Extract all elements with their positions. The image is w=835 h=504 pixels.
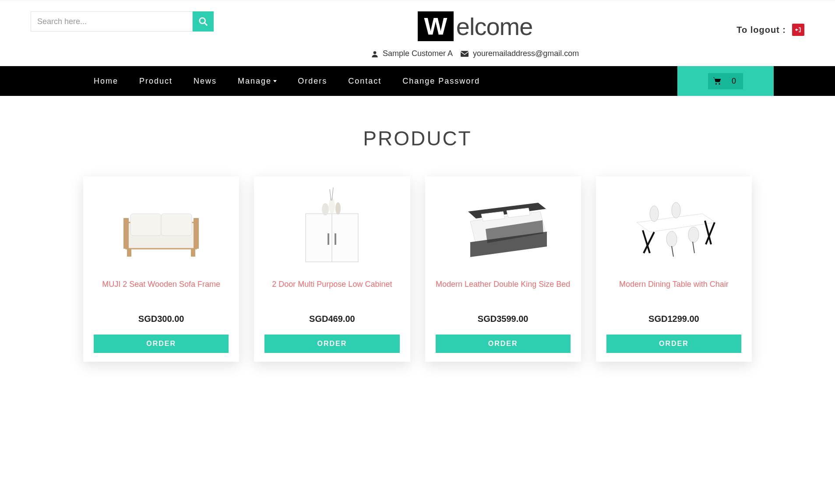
- nav-home[interactable]: Home: [83, 66, 129, 96]
- nav-product[interactable]: Product: [129, 66, 183, 96]
- nav-manage-label: Manage: [238, 77, 271, 86]
- svg-point-33: [650, 206, 659, 222]
- search-input[interactable]: [31, 11, 193, 32]
- user-name: Sample Customer A: [383, 49, 453, 58]
- svg-rect-11: [127, 249, 131, 257]
- product-image: [254, 176, 410, 277]
- logout-icon: [795, 27, 801, 33]
- svg-line-1: [204, 23, 207, 25]
- product-card: Modern Leather Double King Size Bed SGD3…: [425, 176, 581, 362]
- product-title-link[interactable]: Modern Leather Double King Size Bed: [425, 277, 581, 301]
- cart-button[interactable]: 0: [677, 66, 774, 96]
- svg-rect-7: [130, 214, 161, 236]
- product-price: SGD300.00: [83, 314, 239, 324]
- svg-point-35: [688, 227, 699, 243]
- product-card: 2 Door Multi Purpose Low Cabinet SGD469.…: [254, 176, 410, 362]
- cart-count: 0: [727, 75, 740, 88]
- product-price: SGD1299.00: [596, 314, 752, 324]
- search-button[interactable]: [193, 11, 214, 32]
- search-form: [31, 11, 214, 32]
- product-image: [83, 176, 239, 277]
- svg-rect-8: [161, 214, 192, 236]
- svg-point-17: [322, 203, 329, 215]
- product-price: SGD469.00: [254, 314, 410, 324]
- svg-point-34: [672, 202, 680, 218]
- svg-rect-12: [191, 249, 195, 257]
- product-card: Modern Dining Table with Chair SGD1299.0…: [596, 176, 752, 362]
- envelope-icon: [461, 51, 469, 57]
- svg-point-19: [335, 202, 341, 215]
- product-card: MUJI 2 Seat Wooden Sofa Frame SGD300.00 …: [83, 176, 239, 362]
- product-price: SGD3599.00: [425, 314, 581, 324]
- svg-point-5: [719, 83, 720, 85]
- product-title-link[interactable]: Modern Dining Table with Chair: [596, 277, 752, 301]
- brand-box: W: [418, 11, 454, 41]
- svg-line-38: [672, 246, 673, 257]
- svg-point-4: [715, 83, 717, 85]
- user-email: youremailaddress@gmail.com: [473, 49, 579, 58]
- order-button[interactable]: ORDER: [606, 335, 741, 353]
- brand-logo: W elcome: [418, 11, 533, 41]
- svg-line-20: [330, 189, 331, 201]
- user-info-line: Sample Customer A youremailaddress@gmail…: [214, 49, 736, 58]
- product-image: [425, 176, 581, 277]
- svg-point-36: [666, 231, 677, 247]
- svg-point-0: [200, 18, 205, 24]
- search-icon: [198, 17, 208, 26]
- nav-news[interactable]: News: [183, 66, 227, 96]
- svg-rect-16: [335, 233, 336, 245]
- main-nav: Home Product News Manage Orders Contact …: [0, 66, 835, 96]
- nav-orders[interactable]: Orders: [287, 66, 338, 96]
- nav-manage[interactable]: Manage: [227, 66, 287, 96]
- user-icon: [371, 50, 378, 57]
- product-title-link[interactable]: MUJI 2 Seat Wooden Sofa Frame: [83, 277, 239, 301]
- svg-rect-10: [194, 218, 199, 249]
- svg-rect-15: [328, 233, 329, 245]
- order-button[interactable]: ORDER: [264, 335, 399, 353]
- nav-change-password[interactable]: Change Password: [392, 66, 490, 96]
- product-grid: MUJI 2 Seat Wooden Sofa Frame SGD300.00 …: [0, 176, 835, 379]
- product-image: [596, 176, 752, 277]
- svg-rect-9: [123, 218, 129, 249]
- page-title: PRODUCT: [0, 127, 835, 150]
- svg-rect-3: [461, 51, 469, 57]
- brand-text: elcome: [456, 12, 533, 41]
- logout-button[interactable]: [792, 24, 804, 36]
- order-button[interactable]: ORDER: [436, 335, 571, 353]
- svg-line-37: [693, 242, 694, 253]
- order-button[interactable]: ORDER: [94, 335, 229, 353]
- chevron-down-icon: [273, 80, 277, 82]
- nav-contact[interactable]: Contact: [338, 66, 392, 96]
- svg-point-2: [373, 51, 377, 54]
- cart-icon: [712, 77, 722, 85]
- logout-label: To logout :: [736, 25, 786, 35]
- product-title-link[interactable]: 2 Door Multi Purpose Low Cabinet: [254, 277, 410, 301]
